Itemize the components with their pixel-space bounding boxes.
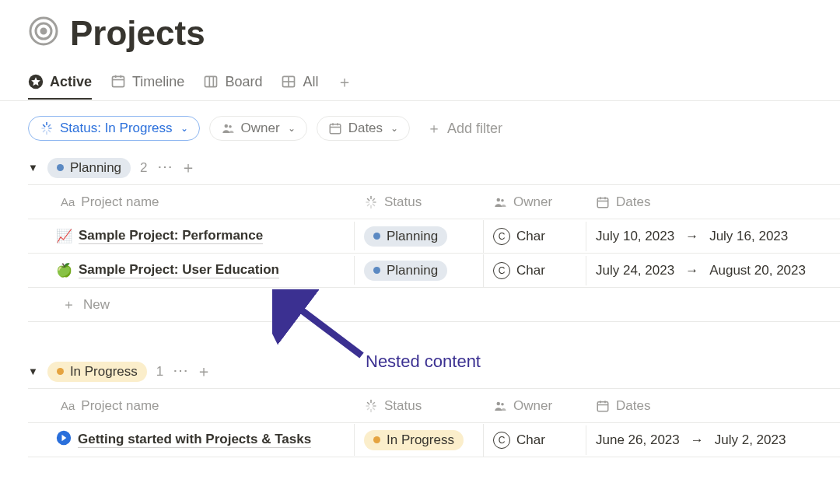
add-row-icon[interactable]: ＋	[196, 361, 212, 382]
cell-name[interactable]: Getting started with Projects & Tasks	[28, 424, 355, 456]
svg-point-37	[501, 198, 504, 201]
col-header-dates[interactable]: Dates	[586, 392, 840, 420]
svg-line-47	[373, 408, 374, 409]
people-icon	[221, 121, 235, 135]
group-header-planning[interactable]: ▼ Planning 2 ⋯ ＋	[0, 149, 840, 184]
row-title: Getting started with Projects & Tasks	[78, 432, 311, 448]
row-title: Sample Project: Performance	[79, 228, 263, 244]
plus-icon: ＋	[427, 119, 441, 138]
svg-rect-8	[205, 76, 217, 86]
text-prop-icon: Aa	[61, 195, 75, 208]
col-header-owner[interactable]: Owner	[484, 188, 586, 216]
svg-line-20	[44, 130, 45, 131]
annotation-label: Nested content	[366, 352, 481, 372]
table-row[interactable]: 📈 Sample Project: Performance Planning C…	[28, 219, 840, 254]
filter-status[interactable]: Status: In Progress ⌄	[28, 116, 200, 141]
cell-name[interactable]: 🍏 Sample Project: User Education	[28, 256, 355, 285]
add-filter-label: Add filter	[447, 121, 502, 137]
svg-line-21	[48, 125, 50, 127]
cell-status[interactable]: Planning	[355, 220, 484, 253]
timeline-icon	[110, 74, 126, 89]
calendar-icon	[328, 121, 342, 135]
cell-status[interactable]: In Progress	[355, 424, 484, 457]
svg-point-36	[497, 198, 501, 201]
people-icon	[493, 195, 507, 209]
cell-status[interactable]: Planning	[355, 254, 484, 287]
dot-icon	[57, 368, 64, 375]
cell-owner[interactable]: C Char	[484, 425, 586, 455]
add-row-icon[interactable]: ＋	[180, 157, 196, 178]
tab-label: All	[303, 74, 318, 90]
tab-label: Active	[50, 74, 92, 90]
cell-dates[interactable]: June 26, 2023 → July 2, 2023	[586, 426, 840, 454]
avatar: C	[493, 432, 510, 449]
filter-owner[interactable]: Owner ⌄	[209, 116, 307, 141]
row-emoji: 📈	[56, 228, 72, 244]
table-inprogress: Aa Project name Status Owner Dates Getti…	[28, 388, 840, 457]
col-header-name[interactable]: Aa Project name	[28, 392, 355, 420]
col-header-status[interactable]: Status	[355, 188, 484, 216]
spinner-icon	[40, 121, 54, 135]
text-prop-icon: Aa	[61, 399, 75, 412]
status-pill-inprogress[interactable]: In Progress	[47, 362, 147, 382]
row-title: Sample Project: User Education	[79, 262, 279, 278]
tab-active[interactable]: Active	[28, 74, 92, 100]
more-icon[interactable]: ⋯	[173, 361, 188, 382]
col-header-owner[interactable]: Owner	[484, 392, 586, 420]
more-icon[interactable]: ⋯	[157, 157, 173, 178]
svg-line-34	[368, 204, 369, 205]
table-row[interactable]: Getting started with Projects & Tasks In…	[28, 423, 840, 457]
add-filter-button[interactable]: ＋ Add filter	[419, 115, 510, 142]
svg-line-19	[48, 130, 50, 131]
collapse-icon[interactable]: ▼	[28, 366, 38, 377]
cell-name[interactable]: 📈 Sample Project: Performance	[28, 222, 355, 250]
group-count: 1	[156, 364, 163, 380]
filter-label: Status: In Progress	[60, 121, 173, 136]
filters-row: Status: In Progress ⌄ Owner ⌄ Dates ⌄ ＋ …	[0, 101, 840, 149]
svg-line-46	[368, 402, 369, 404]
cell-dates[interactable]: July 24, 2023 → August 20, 2023	[586, 257, 840, 285]
tab-board[interactable]: Board	[203, 74, 262, 100]
tab-all[interactable]: All	[281, 74, 318, 100]
chevron-down-icon: ⌄	[288, 123, 296, 134]
cell-owner[interactable]: C Char	[484, 256, 586, 285]
arrow-right-icon: →	[686, 432, 709, 448]
svg-point-50	[497, 401, 501, 405]
add-view-button[interactable]: ＋	[337, 72, 352, 100]
chevron-down-icon: ⌄	[180, 123, 188, 134]
cell-owner[interactable]: C Char	[484, 222, 586, 251]
arrow-right-icon: →	[681, 229, 703, 244]
status-pill-planning[interactable]: Planning	[47, 158, 131, 178]
dot-icon	[57, 164, 64, 171]
svg-line-35	[373, 198, 374, 200]
svg-point-22	[224, 124, 228, 128]
svg-line-48	[368, 408, 369, 409]
cell-dates[interactable]: July 10, 2023 → July 16, 2023	[586, 222, 840, 250]
owner-name: Char	[516, 432, 545, 448]
row-emoji	[56, 430, 72, 450]
owner-name: Char	[516, 263, 545, 278]
svg-rect-4	[113, 76, 124, 86]
avatar: C	[493, 262, 510, 279]
col-header-dates[interactable]: Dates	[586, 188, 840, 216]
filter-label: Dates	[348, 121, 383, 136]
owner-name: Char	[516, 229, 545, 244]
filter-dates[interactable]: Dates ⌄	[317, 116, 410, 141]
calendar-icon	[596, 399, 610, 413]
tab-timeline[interactable]: Timeline	[110, 74, 184, 100]
arrow-right-icon: →	[681, 263, 703, 278]
table-row[interactable]: 🍏 Sample Project: User Education Plannin…	[28, 254, 840, 288]
group-count: 2	[140, 160, 147, 176]
new-row-button[interactable]: ＋ New	[28, 288, 840, 322]
col-header-status[interactable]: Status	[355, 392, 484, 420]
new-row-label: New	[83, 297, 110, 313]
col-header-name[interactable]: Aa Project name	[28, 188, 355, 216]
board-icon	[203, 74, 219, 89]
tab-label: Board	[225, 74, 262, 90]
page-title: Projects	[70, 14, 205, 53]
page-target-icon	[28, 16, 59, 51]
chevron-down-icon: ⌄	[390, 123, 398, 134]
status-label: In Progress	[70, 364, 138, 380]
svg-rect-24	[330, 124, 341, 134]
collapse-icon[interactable]: ▼	[28, 162, 38, 173]
